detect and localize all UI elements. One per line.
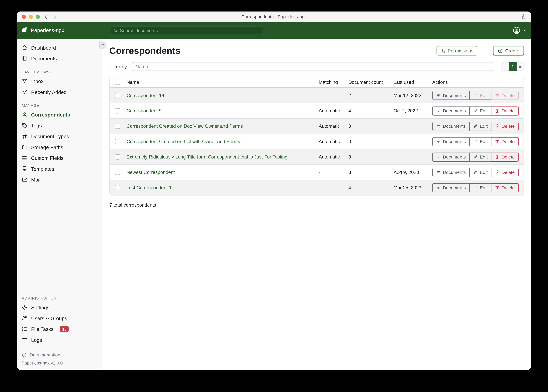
row-checkbox[interactable] [115,185,120,190]
sidebar-item-templates[interactable]: Templates [17,163,102,174]
cell-document-count: 0 [348,124,394,129]
documents-button[interactable]: Documents [433,183,470,192]
user-menu[interactable] [513,27,526,34]
row-actions: DocumentsEditDelete [433,106,524,115]
cell-document-count: 0 [348,139,394,144]
correspondent-name-link[interactable]: Correspondent Created on List with Owner… [127,139,319,144]
select-all-checkbox[interactable] [115,79,120,85]
sidebar-item-logs[interactable]: Logs [17,335,102,345]
sidebar-item-label: Users & Groups [31,315,67,321]
edit-button[interactable]: Edit [469,168,491,177]
column-header-matching[interactable]: Matching [319,79,348,85]
permissions-button[interactable]: Permissions [436,46,477,56]
delete-button[interactable]: Delete [491,122,519,131]
current-page-button[interactable]: 1 [509,62,516,71]
correspondent-name-link[interactable]: Test Correspondent 1 [127,185,319,190]
sidebar-section-label: SAVED VIEWS [22,70,102,74]
row-actions: DocumentsEditDelete [433,168,524,177]
sidebar-item-label: Inbox [31,78,43,84]
edit-button[interactable]: Edit [469,183,491,192]
delete-button[interactable]: Delete [491,168,519,177]
filter-lines-icon [436,185,441,190]
correspondent-name-link[interactable]: Correspondent 14 [127,93,319,98]
pencil-icon [473,93,477,98]
row-checkbox[interactable] [115,108,120,113]
table-row: Test Correspondent 1-4Mar 25, 2023Docume… [110,180,524,195]
correspondent-name-link[interactable]: Correspondent 9 [127,108,319,113]
prev-page-button[interactable]: « [501,62,509,71]
delete-button[interactable]: Delete [491,183,519,192]
sidebar-item-document-types[interactable]: Document Types [17,131,102,142]
delete-button[interactable]: Delete [491,152,519,161]
column-header-last-used[interactable]: Last used [394,79,432,85]
sidebar-item-label: Document Types [31,133,69,139]
row-checkbox-cell [110,154,127,160]
delete-button[interactable]: Delete [491,106,519,115]
row-checkbox-cell [110,170,127,175]
row-checkbox[interactable] [115,154,120,160]
documents-button[interactable]: Documents [433,122,470,131]
sidebar-item-label: Documents [31,56,57,61]
sidebar-item-settings[interactable]: Settings [17,302,102,313]
sidebar-item-documents[interactable]: Documents [17,53,102,64]
correspondent-name-link[interactable]: Extremely Ridiculously Long Title for a … [127,154,319,160]
sidebar-item-storage-paths[interactable]: Storage Paths [17,142,102,153]
row-checkbox[interactable] [115,93,120,98]
edit-button[interactable]: Edit [469,122,491,131]
filter-lines-icon [436,124,441,128]
row-checkbox[interactable] [115,170,120,175]
file-tasks-badge: 16 [60,326,69,332]
cell-matching: - [319,170,348,175]
row-checkbox-cell [110,124,127,129]
home-icon [22,45,28,51]
documents-button[interactable]: Documents [433,152,470,161]
sidebar-item-label: Tags [31,123,42,128]
sidebar-item-label: Settings [31,305,49,310]
edit-button[interactable]: Edit [469,137,491,146]
edit-button[interactable]: Edit [469,152,491,161]
cell-matching: Automatic [319,154,348,160]
row-checkbox[interactable] [115,139,120,144]
documentation-link[interactable]: Documentation [17,350,102,359]
sidebar-item-recently-added[interactable]: Recently Added [17,87,102,98]
delete-button: Delete [491,91,519,100]
sidebar-item-inbox[interactable]: Inbox [17,76,102,86]
sidebar-item-custom-fields[interactable]: Custom Fields [17,153,102,163]
sidebar-item-mail[interactable]: Mail [17,174,102,185]
sidebar-item-tags[interactable]: Tags [17,120,102,131]
documents-button[interactable]: Documents [433,106,470,115]
sidebar-item-dashboard[interactable]: Dashboard [17,42,102,53]
funnel-icon [22,89,28,95]
cell-last-used: Oct 2, 2022 [394,108,432,113]
correspondent-name-link[interactable]: Newest Correspondent [127,170,319,175]
people-icon [22,315,28,321]
row-checkbox[interactable] [115,124,120,129]
tasks-icon [22,326,28,332]
collapse-sidebar-button[interactable] [99,42,106,49]
sidebar-item-file-tasks[interactable]: File Tasks16 [17,324,102,334]
cell-document-count: 2 [348,93,394,98]
search-input[interactable] [120,28,259,33]
filter-name-input[interactable] [132,62,493,71]
sidebar-item-label: Templates [31,166,54,171]
question-icon [22,352,27,357]
edit-button[interactable]: Edit [469,106,491,115]
correspondent-name-link[interactable]: Correspondent Created on Doc View Owner … [127,124,319,129]
cell-document-count: 4 [348,185,394,190]
delete-button[interactable]: Delete [491,137,519,146]
next-page-button[interactable]: » [516,62,524,71]
share-button[interactable] [521,14,527,20]
trash-icon [495,170,499,175]
row-checkbox-cell [110,108,127,113]
cell-matching: Automatic [319,108,348,113]
column-header-name[interactable]: Name [127,79,319,85]
documents-button[interactable]: Documents [433,168,470,177]
documents-button[interactable]: Documents [433,137,470,146]
sidebar-item-correspondents[interactable]: Correspondents [17,109,102,120]
cell-last-used: Mar 25, 2023 [394,185,432,190]
documents-button[interactable]: Documents [433,91,470,100]
create-button[interactable]: Create [493,46,524,56]
sidebar-item-users-groups[interactable]: Users & Groups [17,313,102,324]
column-header-document-count[interactable]: Document count [348,79,394,85]
cell-matching: - [319,185,348,190]
